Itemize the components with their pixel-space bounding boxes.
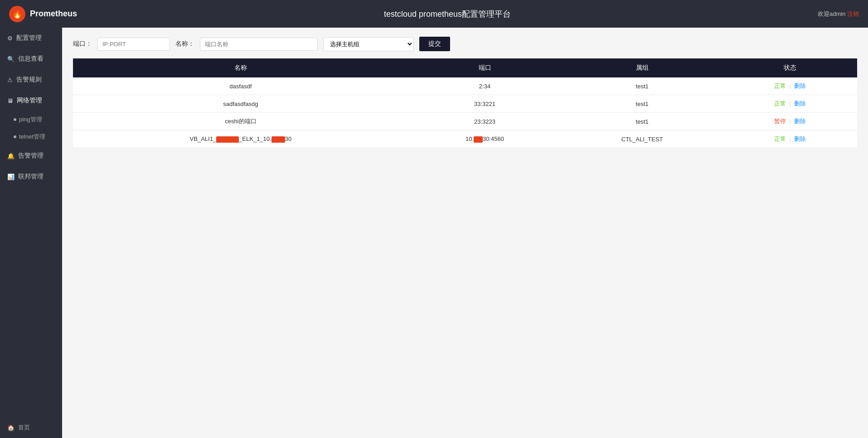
table-row: VB_ALI1__ELK_1_10.30 10.30:4560 CTL_ALI_… xyxy=(73,130,857,148)
search-icon: 🔍 xyxy=(7,56,15,63)
name-middle: _ELK_1_10. xyxy=(239,135,272,142)
cell-group: test1 xyxy=(561,95,723,113)
status-normal[interactable]: 正常 xyxy=(774,100,786,107)
table-row: dasfasdf 2:34 test1 正常 | 删除 xyxy=(73,77,857,95)
monitor-icon: 🖥 xyxy=(7,97,13,104)
sidebar: ⚙ 配置管理 🔍 信息查看 ⚠ 告警规则 🖥 网络管理 ping管理 telne… xyxy=(0,28,62,438)
bell-icon: 🔔 xyxy=(7,153,15,159)
status-delete[interactable]: 删除 xyxy=(794,135,806,142)
col-name: 名称 xyxy=(73,58,408,77)
cell-group: CTL_ALI_TEST xyxy=(561,130,723,148)
logo-text: Prometheus xyxy=(30,9,77,19)
sidebar-item-network-manage[interactable]: 🖥 网络管理 xyxy=(0,90,62,111)
sidebar-item-label: 告警规则 xyxy=(16,76,42,84)
data-table: 名称 端口 属组 状态 dasfasdf 2:34 test1 正常 | 删除 xyxy=(73,58,857,148)
submit-button[interactable]: 提交 xyxy=(419,37,450,51)
top-header: 🔥 Prometheus testcloud prometheus配置管理平台 … xyxy=(0,0,868,28)
sidebar-item-label: 网络管理 xyxy=(17,96,42,105)
table-row: ceshi的端口 23:3223 test1 暂停 | 删除 xyxy=(73,113,857,130)
sidebar-footer-home[interactable]: 🏠 首页 xyxy=(0,417,62,438)
welcome-text: 欢迎admin xyxy=(818,10,845,17)
status-delete[interactable]: 删除 xyxy=(794,118,806,125)
cell-port: 33:3221 xyxy=(408,95,562,113)
cell-name: sadfasdfasdg xyxy=(73,95,408,113)
logout-link[interactable]: 注销 xyxy=(847,10,859,17)
col-group: 属组 xyxy=(561,58,723,77)
home-icon: 🏠 xyxy=(7,424,15,431)
status-normal[interactable]: 正常 xyxy=(774,82,786,89)
cell-status: 正常 | 删除 xyxy=(723,77,857,95)
main-layout: ⚙ 配置管理 🔍 信息查看 ⚠ 告警规则 🖥 网络管理 ping管理 telne… xyxy=(0,28,868,438)
cell-name: VB_ALI1__ELK_1_10.30 xyxy=(73,130,408,148)
warning-icon: ⚠ xyxy=(7,77,13,83)
cell-name: dasfasdf xyxy=(73,77,408,95)
col-port: 端口 xyxy=(408,58,562,77)
cell-port: 2:34 xyxy=(408,77,562,95)
status-separator: | xyxy=(789,135,790,142)
header-user: 欢迎admin 注销 xyxy=(818,10,859,18)
status-paused[interactable]: 暂停 xyxy=(774,118,786,125)
status-separator: | xyxy=(789,82,790,89)
group-select[interactable]: 选择主机组 test1 CTL_ALI_TEST xyxy=(323,37,414,51)
cell-status: 正常 | 删除 xyxy=(723,130,857,148)
status-separator: | xyxy=(789,100,790,107)
cell-port: 10.30:4560 xyxy=(408,130,562,148)
name-input[interactable] xyxy=(200,38,318,51)
sidebar-item-label: 信息查看 xyxy=(18,55,44,63)
cell-status: 暂停 | 删除 xyxy=(723,113,857,130)
form-bar: 端口： 名称： 选择主机组 test1 CTL_ALI_TEST 提交 xyxy=(73,37,857,51)
cell-status: 正常 | 删除 xyxy=(723,95,857,113)
cell-port: 23:3223 xyxy=(408,113,562,130)
header-title: testcloud prometheus配置管理平台 xyxy=(77,9,818,19)
cell-name: ceshi的端口 xyxy=(73,113,408,130)
sidebar-item-label: 告警管理 xyxy=(18,152,44,160)
cell-group: test1 xyxy=(561,77,723,95)
sidebar-item-config-manage[interactable]: ⚙ 配置管理 xyxy=(0,28,62,48)
port-input[interactable] xyxy=(97,38,170,51)
name-label: 名称： xyxy=(175,40,194,48)
name-suffix: 30 xyxy=(285,135,291,142)
chart-icon: 📊 xyxy=(7,173,15,180)
sidebar-item-alert-manage[interactable]: 🔔 告警管理 xyxy=(0,145,62,166)
port-label: 端口： xyxy=(73,40,92,48)
redacted-name-block-1 xyxy=(216,136,239,143)
port-prefix: 10. xyxy=(466,135,474,142)
redacted-name-block-2 xyxy=(272,136,285,143)
status-normal[interactable]: 正常 xyxy=(774,135,786,142)
logo-icon: 🔥 xyxy=(9,6,25,22)
status-separator: | xyxy=(789,118,790,125)
redacted-port-block xyxy=(474,136,483,143)
table-header-row: 名称 端口 属组 状态 xyxy=(73,58,857,77)
gear-icon: ⚙ xyxy=(7,35,13,42)
sidebar-sub-label: telnet管理 xyxy=(19,133,45,141)
dot-icon xyxy=(14,118,16,121)
content-area: 端口： 名称： 选择主机组 test1 CTL_ALI_TEST 提交 名称 端… xyxy=(62,28,868,438)
status-delete[interactable]: 删除 xyxy=(794,82,806,89)
sidebar-item-label: 配置管理 xyxy=(16,34,42,42)
sidebar-item-telnet-manage[interactable]: telnet管理 xyxy=(0,128,62,145)
sidebar-item-label: 联邦管理 xyxy=(18,173,44,181)
sidebar-sub-label: ping管理 xyxy=(19,116,42,124)
sidebar-item-alert-rules[interactable]: ⚠ 告警规则 xyxy=(0,69,62,90)
logo-area: 🔥 Prometheus xyxy=(9,6,77,22)
dot-icon xyxy=(14,135,16,138)
col-status: 状态 xyxy=(723,58,857,77)
port-suffix: 30:4560 xyxy=(483,135,504,142)
cell-group: test1 xyxy=(561,113,723,130)
name-prefix: VB_ALI1_ xyxy=(190,135,217,142)
sidebar-footer-label: 首页 xyxy=(18,424,30,432)
sidebar-item-info-view[interactable]: 🔍 信息查看 xyxy=(0,48,62,69)
sidebar-item-ping-manage[interactable]: ping管理 xyxy=(0,111,62,128)
table-row: sadfasdfasdg 33:3221 test1 正常 | 删除 xyxy=(73,95,857,113)
status-delete[interactable]: 删除 xyxy=(794,100,806,107)
sidebar-item-federation-manage[interactable]: 📊 联邦管理 xyxy=(0,166,62,187)
